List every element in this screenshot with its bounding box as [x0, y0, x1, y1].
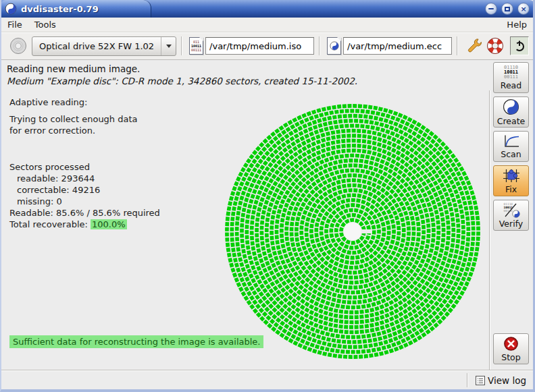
toolbar: Optical drive 52X FW 1.02 011 10011 0011…	[1, 32, 533, 60]
help-lifesaver-icon[interactable]	[486, 37, 504, 55]
statusbar-separator	[467, 373, 468, 387]
titlebar: dvdisaster-0.79 ×	[0, 0, 535, 18]
reading-stats-panel: Adaptive reading: Trying to collect enou…	[9, 97, 212, 231]
drive-selector[interactable]: Optical drive 52X FW 1.02	[32, 36, 176, 56]
close-button[interactable]: ×	[517, 3, 530, 15]
app-window: dvdisaster-0.79 × File Tools Help Optica…	[0, 0, 535, 392]
title-tab: dvdisaster-0.79	[0, 0, 151, 18]
scan-curve-icon	[503, 134, 520, 148]
quit-power-button[interactable]	[510, 36, 529, 55]
fix-button[interactable]: Fix	[493, 165, 529, 196]
status-line1: Reading new medium image.	[7, 63, 528, 74]
toolbar-separator	[319, 36, 320, 55]
app-logo-icon	[5, 3, 17, 15]
yin-yang-icon	[503, 99, 519, 115]
verify-compare-icon: 01110 10011 00111	[503, 202, 520, 218]
stop-button[interactable]: Stop	[493, 333, 529, 364]
recoverable-value: 100.0%	[91, 219, 127, 229]
iso-path-input[interactable]	[205, 37, 314, 55]
window-controls: ×	[485, 3, 530, 15]
main-panel: Adaptive reading: Trying to collect enou…	[1, 90, 533, 370]
drive-selector-value: Optical drive 52X FW 1.02	[32, 41, 161, 51]
mode-description: Trying to collect enough data	[9, 114, 212, 124]
menu-help[interactable]: Help	[501, 18, 533, 31]
view-log-button[interactable]: View log	[473, 372, 529, 388]
maximize-button[interactable]	[501, 3, 513, 15]
binary-read-icon: 01110 10011 00111	[504, 65, 518, 80]
mode-label: Adaptive reading:	[9, 97, 212, 107]
chevron-down-icon	[161, 37, 176, 55]
menubar: File Tools Help	[1, 18, 533, 32]
reconstruction-message: Sufficient data for reconstructing the i…	[9, 335, 263, 348]
sidebar-separator	[489, 90, 490, 370]
toolbar-separator	[457, 36, 458, 55]
readable-summary: Readable: 85.6% / 85.6% required	[9, 208, 212, 218]
preferences-wrench-icon[interactable]	[465, 37, 482, 55]
minimize-button[interactable]	[485, 3, 497, 15]
stop-icon	[503, 336, 519, 352]
cd-drive-icon	[9, 37, 27, 55]
log-icon	[476, 376, 485, 385]
verify-button[interactable]: 01110 10011 00111 Verify	[493, 200, 529, 231]
menu-file[interactable]: File	[1, 18, 28, 31]
puzzle-piece-icon	[503, 168, 520, 184]
ecc-file-icon	[327, 37, 341, 55]
create-button[interactable]: Create	[493, 96, 529, 128]
disc-visualization	[214, 93, 491, 370]
toolbar-separator	[181, 36, 182, 55]
stat-missing: missing: 0	[9, 196, 212, 206]
window-title: dvdisaster-0.79	[21, 4, 99, 14]
read-button[interactable]: 01110 10011 00111 Read	[493, 62, 529, 93]
recoverable-line: Total recoverable: 100.0%	[9, 219, 212, 229]
stat-readable: readable: 293644	[9, 173, 212, 184]
ecc-path-input[interactable]	[343, 37, 452, 55]
statusbar: View log	[1, 370, 533, 389]
sectors-title: Sectors processed	[9, 162, 212, 172]
iso-file-icon: 011 10011 00111	[189, 37, 203, 55]
stat-correctable: correctable: 49216	[9, 185, 212, 195]
status-header: Reading new medium image. Medium "Exampl…	[1, 61, 533, 91]
medium-info-line: Medium "Example disc": CD-R mode 1, 3428…	[7, 76, 528, 86]
scan-button[interactable]: Scan	[493, 131, 529, 162]
menu-tools[interactable]: Tools	[28, 18, 62, 31]
